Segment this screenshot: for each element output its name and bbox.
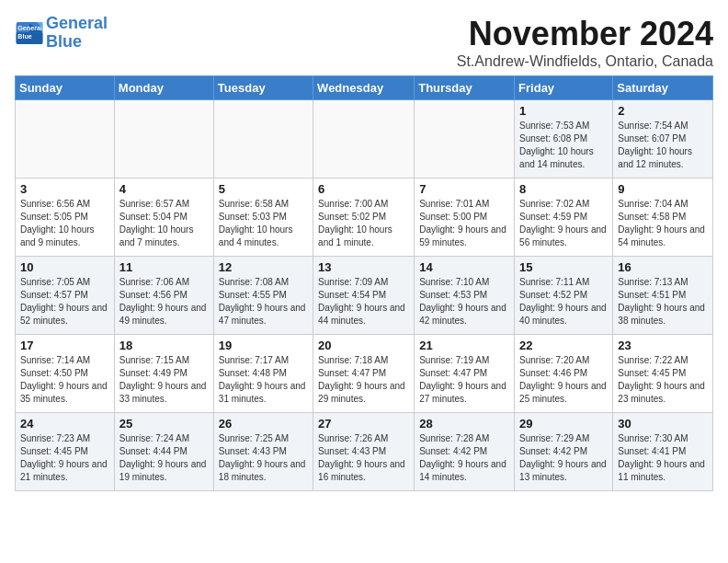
calendar-cell: 13Sunrise: 7:09 AM Sunset: 4:54 PM Dayli… (313, 257, 415, 335)
calendar-cell (313, 100, 415, 178)
day-info: Sunrise: 7:53 AM Sunset: 6:08 PM Dayligh… (519, 120, 608, 171)
day-number: 16 (618, 260, 708, 274)
calendar-cell: 3Sunrise: 6:56 AM Sunset: 5:05 PM Daylig… (16, 178, 115, 257)
day-info: Sunrise: 6:56 AM Sunset: 5:05 PM Dayligh… (20, 198, 109, 249)
day-info: Sunrise: 7:05 AM Sunset: 4:57 PM Dayligh… (20, 276, 109, 327)
day-info: Sunrise: 7:13 AM Sunset: 4:51 PM Dayligh… (618, 276, 708, 327)
calendar-cell (415, 100, 515, 178)
weekday-sunday: Sunday (16, 76, 115, 100)
weekday-monday: Monday (114, 76, 213, 100)
calendar-cell: 6Sunrise: 7:00 AM Sunset: 5:02 PM Daylig… (313, 178, 415, 257)
calendar-cell: 9Sunrise: 7:04 AM Sunset: 4:58 PM Daylig… (613, 178, 713, 257)
calendar-cell: 26Sunrise: 7:25 AM Sunset: 4:43 PM Dayli… (213, 413, 313, 491)
day-number: 13 (318, 260, 409, 274)
day-number: 12 (219, 260, 308, 274)
day-number: 23 (618, 339, 708, 352)
calendar-body: 1Sunrise: 7:53 AM Sunset: 6:08 PM Daylig… (16, 100, 713, 491)
calendar-cell: 11Sunrise: 7:06 AM Sunset: 4:56 PM Dayli… (114, 257, 213, 335)
calendar-subtitle: St.Andrew-Windfields, Ontario, Canada (457, 53, 713, 70)
calendar-cell: 20Sunrise: 7:18 AM Sunset: 4:47 PM Dayli… (313, 335, 415, 413)
calendar-cell: 17Sunrise: 7:14 AM Sunset: 4:50 PM Dayli… (16, 335, 115, 413)
day-number: 10 (20, 260, 109, 274)
day-number: 7 (419, 182, 509, 196)
day-number: 2 (618, 104, 708, 118)
calendar-week-4: 24Sunrise: 7:23 AM Sunset: 4:45 PM Dayli… (16, 413, 713, 491)
calendar-table: SundayMondayTuesdayWednesdayThursdayFrid… (15, 75, 713, 491)
calendar-cell: 21Sunrise: 7:19 AM Sunset: 4:47 PM Dayli… (415, 335, 515, 413)
day-info: Sunrise: 7:24 AM Sunset: 4:44 PM Dayligh… (119, 432, 209, 484)
day-info: Sunrise: 7:15 AM Sunset: 4:49 PM Dayligh… (119, 354, 209, 406)
calendar-cell: 8Sunrise: 7:02 AM Sunset: 4:59 PM Daylig… (515, 178, 613, 257)
day-info: Sunrise: 7:54 AM Sunset: 6:07 PM Dayligh… (618, 120, 708, 171)
logo: General Blue General Blue (15, 15, 108, 52)
day-info: Sunrise: 7:30 AM Sunset: 4:41 PM Dayligh… (618, 432, 708, 484)
day-info: Sunrise: 7:28 AM Sunset: 4:42 PM Dayligh… (419, 432, 509, 484)
day-number: 15 (519, 260, 608, 274)
day-number: 11 (119, 260, 209, 274)
day-number: 17 (20, 339, 109, 352)
day-info: Sunrise: 7:17 AM Sunset: 4:48 PM Dayligh… (219, 354, 308, 406)
calendar-cell: 7Sunrise: 7:01 AM Sunset: 5:00 PM Daylig… (415, 178, 515, 257)
day-number: 22 (519, 339, 608, 352)
day-number: 14 (419, 260, 509, 274)
calendar-cell: 2Sunrise: 7:54 AM Sunset: 6:07 PM Daylig… (613, 100, 713, 178)
calendar-cell: 12Sunrise: 7:08 AM Sunset: 4:55 PM Dayli… (213, 257, 313, 335)
day-info: Sunrise: 6:57 AM Sunset: 5:04 PM Dayligh… (119, 198, 209, 249)
day-info: Sunrise: 7:19 AM Sunset: 4:47 PM Dayligh… (419, 354, 509, 406)
day-number: 29 (519, 417, 608, 431)
calendar-cell: 10Sunrise: 7:05 AM Sunset: 4:57 PM Dayli… (16, 257, 115, 335)
day-number: 8 (519, 182, 608, 196)
day-number: 18 (119, 339, 209, 352)
weekday-saturday: Saturday (613, 76, 713, 100)
calendar-cell: 27Sunrise: 7:26 AM Sunset: 4:43 PM Dayli… (313, 413, 415, 491)
calendar-cell: 24Sunrise: 7:23 AM Sunset: 4:45 PM Dayli… (16, 413, 115, 491)
day-info: Sunrise: 7:23 AM Sunset: 4:45 PM Dayligh… (20, 432, 109, 484)
day-number: 3 (20, 182, 109, 196)
day-number: 4 (119, 182, 209, 196)
calendar-cell: 29Sunrise: 7:29 AM Sunset: 4:42 PM Dayli… (515, 413, 613, 491)
day-number: 20 (318, 339, 409, 352)
weekday-thursday: Thursday (415, 76, 515, 100)
day-info: Sunrise: 7:14 AM Sunset: 4:50 PM Dayligh… (20, 354, 109, 406)
weekday-friday: Friday (515, 76, 613, 100)
calendar-cell: 15Sunrise: 7:11 AM Sunset: 4:52 PM Dayli… (515, 257, 613, 335)
calendar-week-1: 3Sunrise: 6:56 AM Sunset: 5:05 PM Daylig… (16, 178, 713, 257)
weekday-wednesday: Wednesday (313, 76, 415, 100)
svg-text:General: General (17, 24, 42, 32)
day-number: 24 (20, 417, 109, 431)
title-area: November 2024 St.Andrew-Windfields, Onta… (457, 15, 713, 70)
calendar-cell: 23Sunrise: 7:22 AM Sunset: 4:45 PM Dayli… (613, 335, 713, 413)
day-info: Sunrise: 6:58 AM Sunset: 5:03 PM Dayligh… (219, 198, 308, 249)
day-number: 25 (119, 417, 209, 431)
weekday-tuesday: Tuesday (213, 76, 313, 100)
svg-text:Blue: Blue (17, 31, 32, 40)
calendar-cell: 5Sunrise: 6:58 AM Sunset: 5:03 PM Daylig… (213, 178, 313, 257)
day-info: Sunrise: 7:02 AM Sunset: 4:59 PM Dayligh… (519, 198, 608, 249)
calendar-cell: 19Sunrise: 7:17 AM Sunset: 4:48 PM Dayli… (213, 335, 313, 413)
calendar-week-2: 10Sunrise: 7:05 AM Sunset: 4:57 PM Dayli… (16, 257, 713, 335)
day-info: Sunrise: 7:00 AM Sunset: 5:02 PM Dayligh… (318, 198, 409, 249)
day-info: Sunrise: 7:01 AM Sunset: 5:00 PM Dayligh… (419, 198, 509, 249)
calendar-cell (114, 100, 213, 178)
day-info: Sunrise: 7:20 AM Sunset: 4:46 PM Dayligh… (519, 354, 608, 406)
day-number: 26 (219, 417, 308, 431)
logo-line2: Blue (46, 32, 82, 51)
calendar-cell: 1Sunrise: 7:53 AM Sunset: 6:08 PM Daylig… (515, 100, 613, 178)
day-info: Sunrise: 7:06 AM Sunset: 4:56 PM Dayligh… (119, 276, 209, 327)
day-number: 21 (419, 339, 509, 352)
day-number: 1 (519, 104, 608, 118)
weekday-header-row: SundayMondayTuesdayWednesdayThursdayFrid… (16, 76, 713, 100)
calendar-cell (16, 100, 115, 178)
day-number: 6 (318, 182, 409, 196)
calendar-cell: 4Sunrise: 6:57 AM Sunset: 5:04 PM Daylig… (114, 178, 213, 257)
calendar-week-0: 1Sunrise: 7:53 AM Sunset: 6:08 PM Daylig… (16, 100, 713, 178)
page-header: General Blue General Blue November 2024 … (15, 15, 713, 70)
calendar-cell (213, 100, 313, 178)
day-number: 5 (219, 182, 308, 196)
logo-icon: General Blue (15, 20, 44, 46)
calendar-cell: 22Sunrise: 7:20 AM Sunset: 4:46 PM Dayli… (515, 335, 613, 413)
calendar-cell: 16Sunrise: 7:13 AM Sunset: 4:51 PM Dayli… (613, 257, 713, 335)
day-info: Sunrise: 7:25 AM Sunset: 4:43 PM Dayligh… (219, 432, 308, 484)
day-number: 28 (419, 417, 509, 431)
day-info: Sunrise: 7:08 AM Sunset: 4:55 PM Dayligh… (219, 276, 308, 327)
